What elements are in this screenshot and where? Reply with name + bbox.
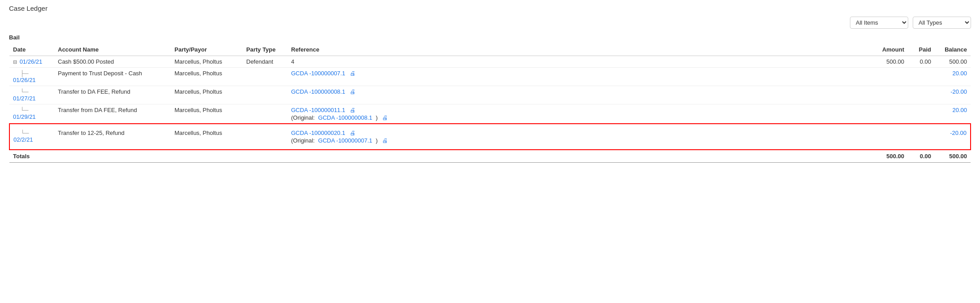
cell-paid — [908, 124, 935, 150]
cell-date: └─ 01/27/21 — [9, 86, 54, 104]
cell-paid — [908, 104, 935, 124]
cell-reference: GCDA -100000007.1 🖨 — [287, 68, 872, 86]
cell-balance: -20.00 — [935, 124, 971, 150]
cell-amount — [872, 86, 908, 104]
date-value: 01/29/21 — [13, 113, 36, 120]
table-row-highlighted: └─ 02/2/21 Transfer to 12-25, Refund Mar… — [9, 124, 971, 150]
print-icon[interactable]: 🖨 — [350, 130, 356, 136]
cell-account-name: Transfer to 12-25, Refund — [54, 124, 171, 150]
cell-date: └─ 01/29/21 — [9, 104, 54, 124]
cell-party-payor: Marcellus, Pholtus — [171, 104, 243, 124]
all-types-filter[interactable]: All Types Cash Check Credit Card — [913, 17, 971, 29]
cell-balance: 20.00 — [935, 68, 971, 86]
print-icon[interactable]: 🖨 — [382, 137, 388, 144]
indent-symbol: └─ — [20, 107, 28, 113]
reference-link[interactable]: GCDA -100000007.1 — [291, 70, 345, 77]
col-party-payor: Party/Payor — [171, 43, 243, 56]
totals-balance: 500.00 — [935, 150, 971, 163]
cell-amount: 500.00 — [872, 56, 908, 68]
cell-amount — [872, 124, 908, 150]
cell-reference: GCDA -100000011.1 🖨 (Original: GCDA -100… — [287, 104, 872, 124]
cell-account-name: Transfer to DA FEE, Refund — [54, 86, 171, 104]
reference-link[interactable]: GCDA -100000011.1 — [291, 107, 345, 113]
original-prefix: (Original: — [291, 137, 316, 144]
cell-date: ├─ 01/26/21 — [9, 68, 54, 86]
cell-account-name: Cash $500.00 Posted — [54, 56, 171, 68]
print-icon[interactable]: 🖨 — [350, 70, 356, 77]
cell-date: ⊟ 01/26/21 — [9, 56, 54, 68]
cell-account-name: Transfer from DA FEE, Refund — [54, 104, 171, 124]
cell-balance: -20.00 — [935, 86, 971, 104]
reference-link[interactable]: GCDA -100000008.1 — [291, 88, 345, 95]
col-reference: Reference — [287, 43, 872, 56]
col-balance: Balance — [935, 43, 971, 56]
date-value: 01/26/21 — [20, 58, 43, 65]
cell-balance: 20.00 — [935, 104, 971, 124]
totals-paid: 0.00 — [908, 150, 935, 163]
table-row: ├─ 01/26/21 Payment to Trust Deposit - C… — [9, 68, 971, 86]
date-value: 02/2/21 — [13, 136, 33, 143]
cell-party-type — [243, 68, 287, 86]
indent-symbol: ├─ — [20, 70, 28, 77]
col-paid: Paid — [908, 43, 935, 56]
cell-party-type — [243, 124, 287, 150]
section-title: Bail — [9, 34, 971, 41]
cell-party-type — [243, 86, 287, 104]
reference-link[interactable]: GCDA -100000020.1 — [291, 130, 345, 136]
indent-symbol: └─ — [21, 130, 29, 136]
date-value: 01/26/21 — [13, 77, 36, 83]
cell-party-payor: Marcellus, Pholtus — [171, 56, 243, 68]
all-items-filter[interactable]: All Items Bail Fees Fines — [850, 17, 908, 29]
print-icon[interactable]: 🖨 — [350, 107, 356, 113]
table-row: ⊟ 01/26/21 Cash $500.00 Posted Marcellus… — [9, 56, 971, 68]
cell-date: └─ 02/2/21 — [9, 124, 54, 150]
col-amount: Amount — [872, 43, 908, 56]
cell-reference: GCDA -100000008.1 🖨 — [287, 86, 872, 104]
table-row: └─ 01/29/21 Transfer from DA FEE, Refund… — [9, 104, 971, 124]
cell-reference: 4 — [287, 56, 872, 68]
totals-row: Totals 500.00 0.00 500.00 — [9, 150, 971, 163]
cell-paid: 0.00 — [908, 56, 935, 68]
date-value: 01/27/21 — [13, 95, 36, 102]
cell-party-type: Defendant — [243, 56, 287, 68]
original-reference-link[interactable]: GCDA -100000008.1 — [318, 114, 372, 121]
cell-party-payor: Marcellus, Pholtus — [171, 86, 243, 104]
cell-party-payor: Marcellus, Pholtus — [171, 124, 243, 150]
table-header: Date Account Name Party/Payor Party Type… — [9, 43, 971, 56]
page-title: Case Ledger — [9, 4, 971, 12]
cell-balance: 500.00 — [935, 56, 971, 68]
cell-paid — [908, 68, 935, 86]
col-account-name: Account Name — [54, 43, 171, 56]
col-party-type: Party Type — [243, 43, 287, 56]
totals-label: Totals — [9, 150, 872, 163]
cell-account-name: Payment to Trust Deposit - Cash — [54, 68, 171, 86]
totals-amount: 500.00 — [872, 150, 908, 163]
ledger-table: Date Account Name Party/Payor Party Type… — [9, 43, 971, 163]
original-suffix: ) — [374, 137, 378, 144]
cell-amount — [872, 68, 908, 86]
cell-party-type — [243, 104, 287, 124]
cell-reference: GCDA -100000020.1 🖨 (Original: GCDA -100… — [287, 124, 872, 150]
original-reference-link[interactable]: GCDA -100000007.1 — [318, 137, 372, 144]
col-date: Date — [9, 43, 54, 56]
indent-symbol: └─ — [20, 88, 28, 95]
original-prefix: (Original: — [291, 114, 316, 121]
toolbar: All Items Bail Fees Fines All Types Cash… — [9, 17, 971, 29]
cell-party-payor: Marcellus, Pholtus — [171, 68, 243, 86]
cell-paid — [908, 86, 935, 104]
original-suffix: ) — [374, 114, 378, 121]
table-row: └─ 01/27/21 Transfer to DA FEE, Refund M… — [9, 86, 971, 104]
print-icon[interactable]: 🖨 — [350, 88, 356, 95]
print-icon[interactable]: 🖨 — [382, 114, 388, 121]
collapse-icon[interactable]: ⊟ — [13, 59, 17, 65]
cell-amount — [872, 104, 908, 124]
